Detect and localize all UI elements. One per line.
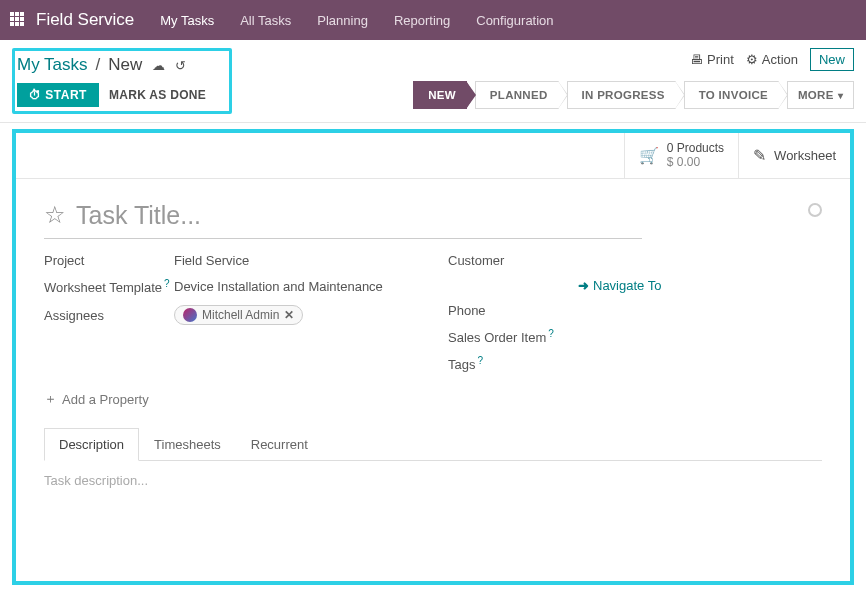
- nav-reporting[interactable]: Reporting: [386, 7, 458, 34]
- cp-actions: ⏱ START MARK AS DONE: [17, 83, 206, 107]
- kanban-state-toggle[interactable]: [808, 203, 822, 217]
- mark-done-button[interactable]: MARK AS DONE: [109, 83, 206, 107]
- nav-my-tasks[interactable]: My Tasks: [152, 7, 222, 34]
- tab-recurrent[interactable]: Recurrent: [236, 428, 323, 460]
- pencil-icon: ✎: [753, 146, 766, 165]
- col-left: Project Field Service Worksheet Template…: [44, 253, 418, 373]
- cloud-save-icon[interactable]: ☁: [152, 58, 165, 73]
- navigate-label: Navigate To: [593, 278, 661, 293]
- status-more[interactable]: MORE ▾: [787, 81, 854, 109]
- apps-icon[interactable]: [10, 12, 26, 28]
- status-new[interactable]: NEW: [413, 81, 467, 109]
- top-navbar: Field Service My Tasks All Tasks Plannin…: [0, 0, 866, 40]
- form-sheet: ☆ Project Field Service Worksheet Templa…: [16, 179, 850, 582]
- label-worksheet-template: Worksheet Template?: [44, 278, 174, 295]
- status-more-label: MORE: [798, 89, 834, 101]
- stat-worksheet[interactable]: ✎ Worksheet: [738, 133, 850, 178]
- plus-icon: ＋: [44, 390, 57, 408]
- status-bar: NEW PLANNED IN PROGRESS TO INVOICE MORE …: [413, 81, 854, 109]
- task-title-input[interactable]: [76, 197, 642, 234]
- form-highlight: 🛒 0 Products $ 0.00 ✎ Worksheet ☆: [12, 129, 854, 585]
- caret-down-icon: ▾: [838, 90, 843, 101]
- star-icon[interactable]: ☆: [44, 201, 66, 229]
- field-worksheet-template: Worksheet Template? Device Installation …: [44, 278, 418, 295]
- start-button[interactable]: ⏱ START: [17, 83, 99, 107]
- discard-icon[interactable]: ↺: [175, 58, 186, 73]
- print-button[interactable]: 🖶 Print: [690, 52, 734, 67]
- cart-icon: 🛒: [639, 146, 659, 165]
- cp-highlight-left: My Tasks / New ☁ ↺ ⏱ START MARK AS DONE: [12, 48, 232, 114]
- new-button[interactable]: New: [810, 48, 854, 71]
- remove-chip-icon[interactable]: ✕: [284, 308, 294, 322]
- field-phone: Phone: [448, 303, 822, 318]
- stat-products[interactable]: 🛒 0 Products $ 0.00: [624, 133, 738, 178]
- add-property-button[interactable]: ＋ Add a Property: [44, 390, 149, 408]
- action-label: Action: [762, 52, 798, 67]
- field-sales-order-item: Sales Order Item?: [448, 328, 822, 345]
- col-right: Customer ➜ Navigate To Phone Sales Order…: [448, 253, 822, 373]
- start-label: START: [45, 88, 87, 102]
- assignee-name: Mitchell Admin: [202, 308, 279, 322]
- breadcrumb: My Tasks / New ☁ ↺: [17, 55, 186, 75]
- label-so-item: Sales Order Item?: [448, 328, 578, 345]
- navigate-to-link[interactable]: ➜ Navigate To: [578, 278, 822, 293]
- label-phone: Phone: [448, 303, 578, 318]
- stat-products-amount: $ 0.00: [667, 155, 724, 169]
- label-assignees: Assignees: [44, 308, 174, 323]
- value-worksheet-template[interactable]: Device Installation and Maintenance: [174, 279, 383, 294]
- form-columns: Project Field Service Worksheet Template…: [44, 253, 822, 373]
- cp-right: 🖶 Print ⚙ Action New NEW PLANNED IN PROG…: [413, 48, 854, 109]
- print-label: Print: [707, 52, 734, 67]
- cp-right-buttons: 🖶 Print ⚙ Action New: [690, 48, 854, 71]
- avatar-icon: [183, 308, 197, 322]
- app-title: Field Service: [36, 10, 134, 30]
- stat-bar: 🛒 0 Products $ 0.00 ✎ Worksheet: [16, 133, 850, 179]
- nav-configuration[interactable]: Configuration: [468, 7, 561, 34]
- label-customer: Customer: [448, 253, 578, 268]
- label-tags: Tags?: [448, 355, 578, 372]
- control-panel: My Tasks / New ☁ ↺ ⏱ START MARK AS DONE …: [0, 40, 866, 123]
- action-button[interactable]: ⚙ Action: [746, 52, 798, 67]
- help-icon[interactable]: ?: [477, 355, 483, 366]
- field-customer: Customer: [448, 253, 822, 268]
- help-icon[interactable]: ?: [548, 328, 554, 339]
- field-project: Project Field Service: [44, 253, 418, 268]
- tab-timesheets[interactable]: Timesheets: [139, 428, 236, 460]
- help-icon[interactable]: ?: [164, 278, 170, 289]
- task-description-input[interactable]: Task description...: [44, 473, 822, 563]
- nav-planning[interactable]: Planning: [309, 7, 376, 34]
- nav-all-tasks[interactable]: All Tasks: [232, 7, 299, 34]
- printer-icon: 🖶: [690, 52, 703, 67]
- stat-worksheet-label: Worksheet: [774, 148, 836, 163]
- arrow-right-icon: ➜: [578, 278, 589, 293]
- field-assignees: Assignees Mitchell Admin ✕: [44, 305, 418, 325]
- tabs: Description Timesheets Recurrent: [44, 428, 822, 461]
- tab-description[interactable]: Description: [44, 428, 139, 461]
- breadcrumb-current: New: [108, 55, 142, 75]
- label-project: Project: [44, 253, 174, 268]
- status-in-progress[interactable]: IN PROGRESS: [567, 81, 676, 109]
- stat-products-count: 0 Products: [667, 141, 724, 155]
- add-property-label: Add a Property: [62, 392, 149, 407]
- breadcrumb-sep: /: [96, 55, 101, 75]
- breadcrumb-parent[interactable]: My Tasks: [17, 55, 88, 75]
- value-project[interactable]: Field Service: [174, 253, 249, 268]
- status-planned[interactable]: PLANNED: [475, 81, 559, 109]
- title-row: ☆: [44, 197, 642, 239]
- gear-icon: ⚙: [746, 52, 758, 67]
- status-to-invoice[interactable]: TO INVOICE: [684, 81, 779, 109]
- field-tags: Tags?: [448, 355, 822, 372]
- assignee-chip[interactable]: Mitchell Admin ✕: [174, 305, 303, 325]
- title-container: ☆: [44, 197, 822, 253]
